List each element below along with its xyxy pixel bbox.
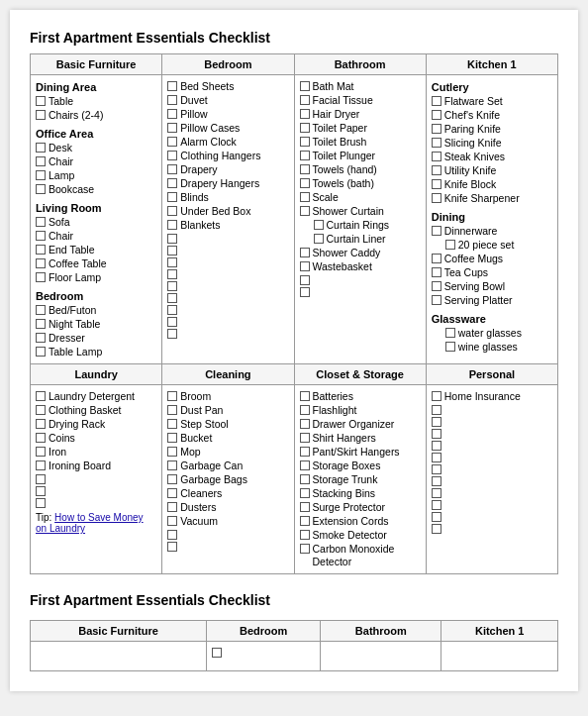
checkbox[interactable]: [300, 287, 310, 297]
checkbox[interactable]: [432, 254, 441, 263]
checkbox[interactable]: [36, 433, 46, 443]
tip-link[interactable]: How to Save Money on Laundry: [36, 512, 144, 534]
checkbox[interactable]: [167, 474, 177, 484]
checkbox[interactable]: [212, 648, 222, 658]
checkbox[interactable]: [445, 328, 455, 338]
checkbox[interactable]: [300, 419, 310, 429]
checkbox[interactable]: [300, 261, 310, 271]
checkbox[interactable]: [432, 391, 441, 401]
checkbox[interactable]: [445, 342, 455, 352]
checkbox[interactable]: [36, 474, 46, 484]
checkbox[interactable]: [445, 240, 455, 250]
checkbox[interactable]: [432, 488, 441, 498]
checkbox[interactable]: [300, 137, 310, 147]
checkbox[interactable]: [167, 192, 177, 202]
checkbox[interactable]: [36, 347, 46, 357]
checkbox[interactable]: [167, 542, 177, 552]
checkbox[interactable]: [167, 269, 177, 279]
checkbox[interactable]: [167, 488, 177, 498]
checkbox[interactable]: [167, 530, 177, 540]
checkbox[interactable]: [300, 109, 310, 119]
checkbox[interactable]: [300, 81, 310, 91]
checkbox[interactable]: [432, 295, 441, 305]
checkbox[interactable]: [432, 226, 441, 236]
checkbox[interactable]: [300, 516, 310, 526]
checkbox[interactable]: [36, 184, 46, 194]
checkbox[interactable]: [300, 206, 310, 216]
checkbox[interactable]: [432, 417, 441, 427]
checkbox[interactable]: [300, 544, 310, 554]
checkbox[interactable]: [300, 275, 310, 285]
checkbox[interactable]: [300, 248, 310, 257]
checkbox[interactable]: [36, 245, 46, 255]
checkbox[interactable]: [432, 193, 441, 203]
checkbox[interactable]: [36, 405, 46, 415]
checkbox[interactable]: [300, 488, 310, 498]
checkbox[interactable]: [314, 220, 324, 230]
checkbox[interactable]: [36, 231, 46, 241]
checkbox[interactable]: [300, 192, 310, 202]
checkbox[interactable]: [300, 447, 310, 457]
checkbox[interactable]: [300, 460, 310, 470]
checkbox[interactable]: [36, 305, 46, 315]
checkbox[interactable]: [300, 433, 310, 443]
checkbox[interactable]: [432, 453, 441, 462]
checkbox[interactable]: [167, 293, 177, 303]
checkbox[interactable]: [432, 152, 441, 161]
checkbox[interactable]: [432, 124, 441, 134]
checkbox[interactable]: [36, 272, 46, 282]
checkbox[interactable]: [167, 206, 177, 216]
checkbox[interactable]: [36, 156, 46, 166]
checkbox[interactable]: [36, 258, 46, 268]
checkbox[interactable]: [36, 486, 46, 496]
checkbox[interactable]: [167, 460, 177, 470]
checkbox[interactable]: [300, 391, 310, 401]
checkbox[interactable]: [36, 498, 46, 508]
checkbox[interactable]: [36, 96, 46, 106]
checkbox[interactable]: [432, 524, 441, 534]
checkbox[interactable]: [36, 391, 46, 401]
checkbox[interactable]: [167, 329, 177, 339]
checkbox[interactable]: [432, 281, 441, 291]
checkbox[interactable]: [300, 178, 310, 188]
checkbox[interactable]: [167, 220, 177, 230]
checkbox[interactable]: [432, 464, 441, 474]
checkbox[interactable]: [167, 516, 177, 526]
checkbox[interactable]: [314, 234, 324, 244]
checkbox[interactable]: [300, 151, 310, 160]
checkbox[interactable]: [300, 164, 310, 174]
checkbox[interactable]: [36, 333, 46, 343]
checkbox[interactable]: [167, 246, 177, 256]
checkbox[interactable]: [167, 123, 177, 133]
checkbox[interactable]: [300, 502, 310, 512]
checkbox[interactable]: [36, 460, 46, 470]
checkbox[interactable]: [167, 109, 177, 119]
checkbox[interactable]: [36, 419, 46, 429]
checkbox[interactable]: [300, 405, 310, 415]
checkbox[interactable]: [432, 441, 441, 451]
checkbox[interactable]: [432, 267, 441, 277]
checkbox[interactable]: [167, 305, 177, 315]
checkbox[interactable]: [432, 512, 441, 522]
checkbox[interactable]: [300, 123, 310, 133]
checkbox[interactable]: [167, 281, 177, 291]
checkbox[interactable]: [167, 95, 177, 105]
checkbox[interactable]: [36, 170, 46, 180]
checkbox[interactable]: [36, 217, 46, 227]
checkbox[interactable]: [167, 433, 177, 443]
checkbox[interactable]: [432, 405, 441, 415]
checkbox[interactable]: [300, 474, 310, 484]
checkbox[interactable]: [167, 178, 177, 188]
checkbox[interactable]: [36, 447, 46, 457]
checkbox[interactable]: [167, 447, 177, 457]
checkbox[interactable]: [167, 317, 177, 327]
checkbox[interactable]: [432, 165, 441, 175]
checkbox[interactable]: [167, 257, 177, 267]
checkbox[interactable]: [432, 110, 441, 120]
checkbox[interactable]: [167, 405, 177, 415]
checkbox[interactable]: [432, 429, 441, 439]
checkbox[interactable]: [36, 110, 46, 120]
checkbox[interactable]: [167, 391, 177, 401]
checkbox[interactable]: [167, 502, 177, 512]
checkbox[interactable]: [167, 234, 177, 244]
